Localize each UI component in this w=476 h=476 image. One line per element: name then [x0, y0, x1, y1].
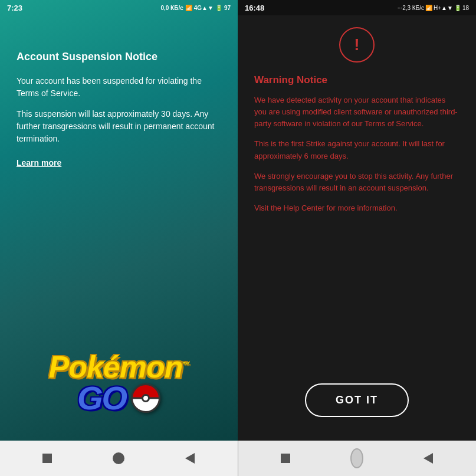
left-signal: 📶 — [185, 5, 192, 11]
right-content: ! Warning Notice We have detected activi… — [238, 15, 476, 441]
right-battery-pct: 18 — [462, 5, 469, 11]
left-status-icons: 0,0 КБ/с 📶 4G▲▼ 🔋 97 — [160, 5, 231, 11]
pokemon-wordmark: Pokémon™ — [48, 352, 189, 382]
square-icon-right — [281, 454, 290, 463]
warning-title: Warning Notice — [254, 74, 459, 86]
pokemon-logo-area: Pokémon™ GO — [17, 168, 221, 429]
warning-icon-container: ! — [254, 27, 459, 63]
left-content: Account Suspension Notice Your account h… — [0, 15, 238, 441]
warning-paragraph3: We strongly encourage you to stop this a… — [254, 170, 459, 194]
right-battery: 🔋 — [454, 5, 461, 11]
back-triangle-icon-right — [424, 453, 433, 464]
pokeball-center — [142, 394, 150, 402]
right-nav-square[interactable] — [279, 452, 292, 465]
suspension-paragraph1: Your account has been suspended for viol… — [17, 75, 221, 100]
go-container: GO — [77, 379, 160, 417]
warning-circle: ! — [339, 27, 375, 63]
trademark: ™ — [183, 360, 189, 369]
warning-paragraph4: Visit the Help Center for more informati… — [254, 202, 459, 214]
right-time: 16:48 — [245, 4, 264, 12]
left-network: 0,0 КБ/с — [160, 5, 183, 11]
suspension-paragraph2: This suspension will last approximately … — [17, 108, 221, 145]
home-circle-icon-right — [350, 448, 363, 468]
left-nav-home[interactable] — [112, 452, 125, 465]
warning-exclamation: ! — [354, 35, 359, 54]
status-bar-left: 7:23 0,0 КБ/с 📶 4G▲▼ 🔋 97 — [0, 0, 238, 15]
nav-bar — [0, 441, 476, 476]
warning-paragraph2: This is the first Strike against your ac… — [254, 138, 459, 162]
right-signal-type: H+▲▼ — [434, 5, 453, 11]
status-bar-right: 16:48 ···2,3 КБ/с 📶 H+▲▼ 🔋 18 — [238, 0, 476, 15]
pokeball-icon — [131, 383, 160, 413]
right-screen: 16:48 ···2,3 КБ/с 📶 H+▲▼ 🔋 18 ! Warning … — [238, 0, 476, 441]
left-nav — [0, 441, 238, 476]
learn-more-link[interactable]: Learn more — [17, 158, 221, 168]
left-time: 7:23 — [7, 4, 22, 12]
left-nav-back[interactable] — [183, 452, 196, 465]
square-icon — [42, 454, 52, 463]
left-battery: 🔋 — [215, 5, 222, 11]
left-screen: 7:23 0,0 КБ/с 📶 4G▲▼ 🔋 97 Account Suspen… — [0, 0, 238, 441]
right-status-icons: ···2,3 КБ/с 📶 H+▲▼ 🔋 18 — [398, 5, 469, 11]
back-triangle-icon — [185, 453, 195, 464]
home-circle-icon — [113, 452, 124, 464]
left-battery-pct: 97 — [224, 5, 231, 11]
go-text: GO — [77, 379, 126, 417]
warning-paragraph1: We have detected activity on your accoun… — [254, 94, 459, 130]
right-nav — [238, 441, 477, 476]
right-nav-home[interactable] — [350, 452, 363, 465]
left-signal-type: 4G▲▼ — [194, 5, 214, 11]
got-it-container: GOT IT — [254, 372, 459, 429]
right-nav-back[interactable] — [422, 452, 435, 465]
left-nav-square[interactable] — [41, 452, 54, 465]
got-it-button[interactable]: GOT IT — [305, 383, 409, 417]
right-signal: 📶 — [425, 5, 432, 11]
right-network: ···2,3 КБ/с — [398, 5, 424, 11]
suspension-title: Account Suspension Notice — [17, 51, 221, 63]
